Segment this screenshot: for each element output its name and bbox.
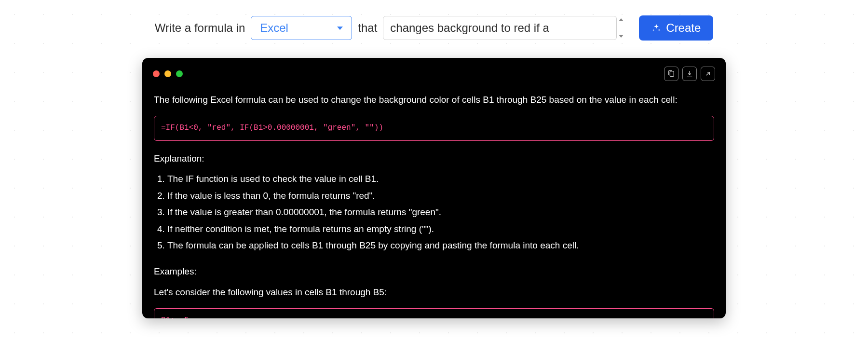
- explanation-list: The IF function is used to check the val…: [154, 172, 714, 253]
- list-item: If the value is greater than 0.00000001,…: [167, 205, 714, 219]
- download-button[interactable]: [682, 67, 697, 81]
- intro-text: The following Excel formula can be used …: [154, 93, 714, 107]
- spinner-up-icon[interactable]: [619, 18, 624, 21]
- create-button[interactable]: Create: [639, 15, 713, 41]
- list-item: The formula can be applied to cells B1 t…: [167, 238, 714, 253]
- list-item: If the value is less than 0, the formula…: [167, 189, 714, 203]
- external-link-icon: [704, 70, 712, 78]
- download-icon: [686, 70, 693, 78]
- traffic-lights: [153, 70, 183, 77]
- formula-code: =IF(B1<0, "red", IF(B1>0.00000001, "gree…: [154, 116, 714, 141]
- input-spinner[interactable]: [619, 18, 624, 38]
- description-wrap: [383, 16, 624, 40]
- result-console: The following Excel formula can be used …: [142, 58, 726, 318]
- clipboard-icon: [667, 70, 675, 78]
- prompt-mid: that: [358, 21, 377, 35]
- prompt-prefix: Write a formula in: [155, 21, 245, 35]
- copy-button[interactable]: [664, 67, 678, 81]
- example-code: B1: -5 B2: 0: [154, 308, 714, 318]
- console-body[interactable]: The following Excel formula can be used …: [142, 86, 726, 318]
- list-item: The IF function is used to check the val…: [167, 172, 714, 186]
- explanation-label: Explanation:: [154, 151, 714, 166]
- list-item: If neither condition is met, the formula…: [167, 222, 714, 236]
- examples-label: Examples:: [154, 264, 714, 279]
- platform-dropdown[interactable]: Excel: [251, 16, 352, 40]
- console-actions: [664, 67, 715, 81]
- examples-intro: Let's consider the following values in c…: [154, 285, 714, 300]
- create-label: Create: [666, 21, 701, 35]
- prompt-bar: Write a formula in Excel that Create: [0, 0, 868, 41]
- description-input[interactable]: [383, 16, 617, 40]
- traffic-light-red-icon: [153, 70, 160, 77]
- expand-button[interactable]: [701, 67, 715, 81]
- sparkle-icon: [651, 23, 661, 33]
- traffic-light-yellow-icon: [164, 70, 171, 77]
- spinner-down-icon[interactable]: [619, 35, 624, 38]
- chevron-down-icon: [337, 27, 343, 30]
- console-header: [142, 58, 726, 86]
- svg-rect-0: [670, 71, 674, 77]
- dropdown-value: Excel: [260, 21, 288, 35]
- traffic-light-green-icon: [176, 70, 183, 77]
